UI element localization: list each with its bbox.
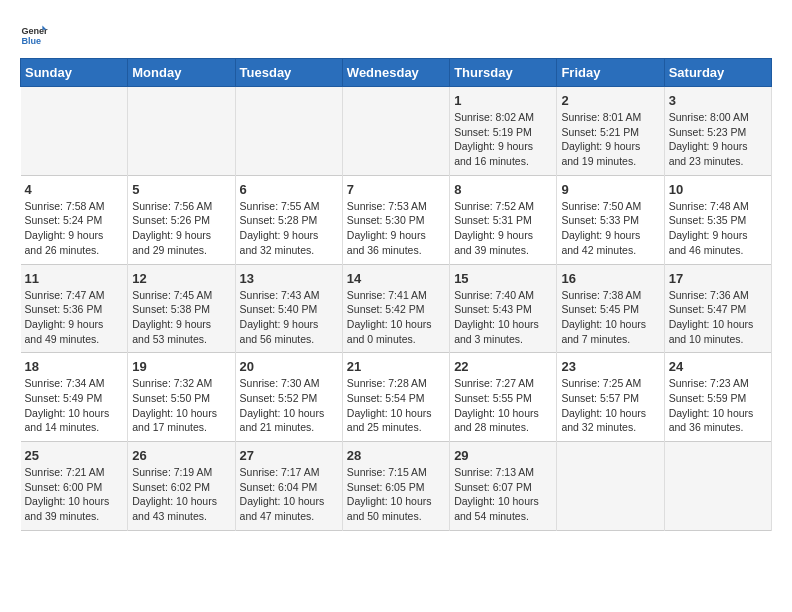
day-info: Sunrise: 7:50 AM Sunset: 5:33 PM Dayligh… [561, 200, 641, 256]
calendar-week-row: 11Sunrise: 7:47 AM Sunset: 5:36 PM Dayli… [21, 264, 772, 353]
calendar-cell: 16Sunrise: 7:38 AM Sunset: 5:45 PM Dayli… [557, 264, 664, 353]
calendar-cell: 13Sunrise: 7:43 AM Sunset: 5:40 PM Dayli… [235, 264, 342, 353]
weekday-header: Tuesday [235, 59, 342, 87]
calendar-cell: 18Sunrise: 7:34 AM Sunset: 5:49 PM Dayli… [21, 353, 128, 442]
logo-icon: General Blue [20, 20, 48, 48]
day-info: Sunrise: 8:01 AM Sunset: 5:21 PM Dayligh… [561, 111, 641, 167]
day-info: Sunrise: 7:48 AM Sunset: 5:35 PM Dayligh… [669, 200, 749, 256]
day-number: 7 [347, 182, 445, 197]
day-info: Sunrise: 7:55 AM Sunset: 5:28 PM Dayligh… [240, 200, 320, 256]
day-info: Sunrise: 7:13 AM Sunset: 6:07 PM Dayligh… [454, 466, 539, 522]
calendar-cell [342, 87, 449, 176]
day-info: Sunrise: 7:53 AM Sunset: 5:30 PM Dayligh… [347, 200, 427, 256]
calendar-week-row: 25Sunrise: 7:21 AM Sunset: 6:00 PM Dayli… [21, 442, 772, 531]
day-info: Sunrise: 7:21 AM Sunset: 6:00 PM Dayligh… [25, 466, 110, 522]
day-number: 17 [669, 271, 767, 286]
page-header: General Blue [20, 20, 772, 48]
weekday-header: Thursday [450, 59, 557, 87]
day-info: Sunrise: 7:56 AM Sunset: 5:26 PM Dayligh… [132, 200, 212, 256]
calendar-cell: 17Sunrise: 7:36 AM Sunset: 5:47 PM Dayli… [664, 264, 771, 353]
calendar-cell: 12Sunrise: 7:45 AM Sunset: 5:38 PM Dayli… [128, 264, 235, 353]
calendar-cell: 2Sunrise: 8:01 AM Sunset: 5:21 PM Daylig… [557, 87, 664, 176]
day-info: Sunrise: 7:17 AM Sunset: 6:04 PM Dayligh… [240, 466, 325, 522]
calendar-cell: 29Sunrise: 7:13 AM Sunset: 6:07 PM Dayli… [450, 442, 557, 531]
calendar-table: SundayMondayTuesdayWednesdayThursdayFrid… [20, 58, 772, 531]
calendar-cell: 1Sunrise: 8:02 AM Sunset: 5:19 PM Daylig… [450, 87, 557, 176]
day-number: 18 [25, 359, 124, 374]
day-info: Sunrise: 7:41 AM Sunset: 5:42 PM Dayligh… [347, 289, 432, 345]
day-number: 14 [347, 271, 445, 286]
calendar-cell: 23Sunrise: 7:25 AM Sunset: 5:57 PM Dayli… [557, 353, 664, 442]
day-number: 27 [240, 448, 338, 463]
day-info: Sunrise: 7:19 AM Sunset: 6:02 PM Dayligh… [132, 466, 217, 522]
calendar-cell: 4Sunrise: 7:58 AM Sunset: 5:24 PM Daylig… [21, 175, 128, 264]
day-number: 6 [240, 182, 338, 197]
day-number: 28 [347, 448, 445, 463]
day-number: 20 [240, 359, 338, 374]
calendar-week-row: 1Sunrise: 8:02 AM Sunset: 5:19 PM Daylig… [21, 87, 772, 176]
calendar-cell: 19Sunrise: 7:32 AM Sunset: 5:50 PM Dayli… [128, 353, 235, 442]
weekday-header: Wednesday [342, 59, 449, 87]
day-number: 11 [25, 271, 124, 286]
day-number: 4 [25, 182, 124, 197]
weekday-header-row: SundayMondayTuesdayWednesdayThursdayFrid… [21, 59, 772, 87]
weekday-header: Saturday [664, 59, 771, 87]
day-number: 2 [561, 93, 659, 108]
calendar-cell: 27Sunrise: 7:17 AM Sunset: 6:04 PM Dayli… [235, 442, 342, 531]
calendar-cell: 28Sunrise: 7:15 AM Sunset: 6:05 PM Dayli… [342, 442, 449, 531]
calendar-cell [557, 442, 664, 531]
day-info: Sunrise: 7:15 AM Sunset: 6:05 PM Dayligh… [347, 466, 432, 522]
day-info: Sunrise: 7:38 AM Sunset: 5:45 PM Dayligh… [561, 289, 646, 345]
calendar-cell: 14Sunrise: 7:41 AM Sunset: 5:42 PM Dayli… [342, 264, 449, 353]
calendar-week-row: 18Sunrise: 7:34 AM Sunset: 5:49 PM Dayli… [21, 353, 772, 442]
day-info: Sunrise: 7:34 AM Sunset: 5:49 PM Dayligh… [25, 377, 110, 433]
calendar-cell: 21Sunrise: 7:28 AM Sunset: 5:54 PM Dayli… [342, 353, 449, 442]
day-number: 15 [454, 271, 552, 286]
day-info: Sunrise: 7:23 AM Sunset: 5:59 PM Dayligh… [669, 377, 754, 433]
day-info: Sunrise: 8:02 AM Sunset: 5:19 PM Dayligh… [454, 111, 534, 167]
calendar-cell: 3Sunrise: 8:00 AM Sunset: 5:23 PM Daylig… [664, 87, 771, 176]
day-info: Sunrise: 7:25 AM Sunset: 5:57 PM Dayligh… [561, 377, 646, 433]
logo: General Blue [20, 20, 48, 48]
calendar-cell [21, 87, 128, 176]
calendar-cell: 7Sunrise: 7:53 AM Sunset: 5:30 PM Daylig… [342, 175, 449, 264]
day-info: Sunrise: 7:52 AM Sunset: 5:31 PM Dayligh… [454, 200, 534, 256]
day-info: Sunrise: 7:58 AM Sunset: 5:24 PM Dayligh… [25, 200, 105, 256]
calendar-cell [128, 87, 235, 176]
day-number: 5 [132, 182, 230, 197]
day-number: 9 [561, 182, 659, 197]
day-info: Sunrise: 7:36 AM Sunset: 5:47 PM Dayligh… [669, 289, 754, 345]
day-info: Sunrise: 7:27 AM Sunset: 5:55 PM Dayligh… [454, 377, 539, 433]
day-number: 3 [669, 93, 767, 108]
day-number: 22 [454, 359, 552, 374]
day-number: 12 [132, 271, 230, 286]
day-number: 13 [240, 271, 338, 286]
calendar-cell: 10Sunrise: 7:48 AM Sunset: 5:35 PM Dayli… [664, 175, 771, 264]
day-info: Sunrise: 7:32 AM Sunset: 5:50 PM Dayligh… [132, 377, 217, 433]
day-number: 19 [132, 359, 230, 374]
calendar-cell: 5Sunrise: 7:56 AM Sunset: 5:26 PM Daylig… [128, 175, 235, 264]
calendar-cell: 25Sunrise: 7:21 AM Sunset: 6:00 PM Dayli… [21, 442, 128, 531]
calendar-cell [664, 442, 771, 531]
day-number: 23 [561, 359, 659, 374]
day-number: 16 [561, 271, 659, 286]
day-info: Sunrise: 7:45 AM Sunset: 5:38 PM Dayligh… [132, 289, 212, 345]
day-number: 10 [669, 182, 767, 197]
calendar-cell: 22Sunrise: 7:27 AM Sunset: 5:55 PM Dayli… [450, 353, 557, 442]
calendar-cell: 15Sunrise: 7:40 AM Sunset: 5:43 PM Dayli… [450, 264, 557, 353]
weekday-header: Sunday [21, 59, 128, 87]
calendar-cell: 24Sunrise: 7:23 AM Sunset: 5:59 PM Dayli… [664, 353, 771, 442]
calendar-cell: 20Sunrise: 7:30 AM Sunset: 5:52 PM Dayli… [235, 353, 342, 442]
svg-text:Blue: Blue [21, 36, 41, 46]
calendar-cell: 9Sunrise: 7:50 AM Sunset: 5:33 PM Daylig… [557, 175, 664, 264]
day-number: 24 [669, 359, 767, 374]
day-number: 25 [25, 448, 124, 463]
calendar-cell [235, 87, 342, 176]
calendar-cell: 11Sunrise: 7:47 AM Sunset: 5:36 PM Dayli… [21, 264, 128, 353]
day-info: Sunrise: 8:00 AM Sunset: 5:23 PM Dayligh… [669, 111, 749, 167]
day-number: 26 [132, 448, 230, 463]
day-number: 21 [347, 359, 445, 374]
calendar-cell: 8Sunrise: 7:52 AM Sunset: 5:31 PM Daylig… [450, 175, 557, 264]
day-info: Sunrise: 7:40 AM Sunset: 5:43 PM Dayligh… [454, 289, 539, 345]
day-info: Sunrise: 7:47 AM Sunset: 5:36 PM Dayligh… [25, 289, 105, 345]
